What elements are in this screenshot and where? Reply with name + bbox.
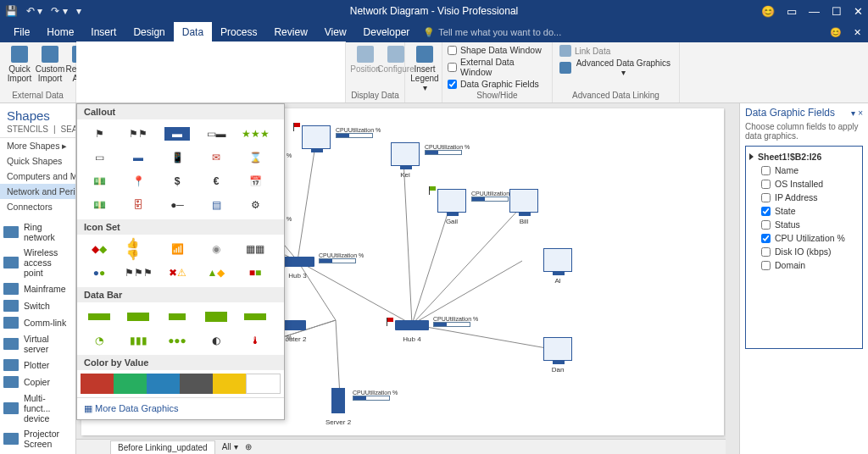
dgf-field[interactable]: Disk IO (kbps) <box>749 245 859 258</box>
iconset-opt[interactable]: ◉ <box>198 238 235 260</box>
stencil-item[interactable]: Ring network <box>0 219 75 245</box>
redo-icon[interactable]: ↷ ▾ <box>51 5 67 17</box>
minimize-icon[interactable]: — <box>809 5 820 18</box>
ribbon-opts-icon[interactable]: ▭ <box>787 5 797 18</box>
callout-opt[interactable]: ✉ <box>198 147 235 169</box>
stencil-item[interactable]: Wireless access point <box>0 245 75 280</box>
tab-file[interactable]: File <box>5 22 38 42</box>
iconset-opt[interactable]: ▲◆ <box>198 262 235 284</box>
adv-data-graphics-button[interactable]: Advanced Data Graphics ▾ <box>558 58 674 78</box>
quick-shapes[interactable]: Quick Shapes <box>0 153 75 169</box>
stencil-item[interactable]: Comm-link <box>0 314 75 331</box>
tell-me[interactable]: 💡Tell me what you want to do... <box>423 22 561 42</box>
connectors[interactable]: Connectors <box>0 199 75 214</box>
tab-view[interactable]: View <box>316 22 355 42</box>
node-dan[interactable]: Dan <box>552 366 565 374</box>
tab-review[interactable]: Review <box>265 22 315 42</box>
tab-home[interactable]: Home <box>38 22 82 42</box>
iconset-opt[interactable]: ■■ <box>236 262 274 284</box>
stencil-item[interactable]: Plotter <box>0 357 75 374</box>
callout-opt[interactable]: ▭▬ <box>198 123 235 145</box>
dgf-field[interactable]: Name <box>749 163 859 177</box>
dgf-field[interactable]: Domain <box>749 258 859 272</box>
insert-legend-button[interactable]: Insert Legend ▾ <box>410 44 439 94</box>
callout-opt[interactable]: € <box>198 170 235 192</box>
custom-import-button[interactable]: Custom Import <box>36 44 64 85</box>
dgf-field[interactable]: IP Address <box>749 191 859 204</box>
quick-import-button[interactable]: Quick Import <box>5 44 34 85</box>
callout-opt[interactable]: ▭ <box>81 147 118 169</box>
computers-monitors[interactable]: Computers and Monitors <box>0 169 75 184</box>
dgf-sheet[interactable]: Sheet1!$B2:I26 <box>749 150 859 163</box>
callout-opt[interactable]: 💵 <box>81 194 118 216</box>
callout-opt[interactable]: ⚑ <box>81 123 118 145</box>
node-gail[interactable]: Gail <box>446 218 458 225</box>
close-icon[interactable]: ✕ <box>854 5 863 18</box>
stencils-tab[interactable]: STENCILS <box>7 125 48 134</box>
databar-opt[interactable]: 🌡 <box>236 329 274 352</box>
tab-design[interactable]: Design <box>125 22 173 42</box>
stencil-item[interactable]: Virtual server <box>0 331 75 357</box>
iconset-opt[interactable]: ▦▦ <box>236 238 274 260</box>
stencil-item[interactable]: Copier <box>0 374 75 390</box>
node-bill[interactable]: Bill <box>520 218 529 225</box>
stencil-item[interactable]: Multi-funct... device <box>0 390 75 426</box>
databar-opt[interactable] <box>81 306 118 328</box>
help-icon[interactable]: 😊 <box>761 5 775 18</box>
callout-opt[interactable]: $ <box>159 170 196 192</box>
dgf-check[interactable]: Data Graphic Fields <box>448 78 547 90</box>
stencil-item[interactable]: Switch <box>0 297 75 314</box>
save-icon[interactable]: 💾 <box>5 5 18 17</box>
tab-insert[interactable]: Insert <box>82 22 125 42</box>
dgf-field[interactable]: CPU Utilization % <box>749 231 859 245</box>
undo-icon[interactable]: ↶ ▾ <box>26 5 42 17</box>
tab-process[interactable]: Process <box>212 22 265 42</box>
page-tab[interactable]: Before Linking_updated <box>110 440 215 454</box>
callout-opt[interactable]: ⌛ <box>236 147 274 169</box>
callout-opt[interactable]: 📅 <box>236 170 274 192</box>
callout-opt[interactable]: ★★★ <box>236 123 274 145</box>
tab-developer[interactable]: Developer <box>355 22 419 42</box>
search-tab[interactable]: SEARCH <box>61 125 76 134</box>
color-strip[interactable] <box>81 374 281 394</box>
callout-opt[interactable]: 📍 <box>120 170 157 192</box>
databar-opt[interactable]: ◐ <box>198 329 235 352</box>
callout-opt[interactable]: ▬ <box>159 123 196 145</box>
position-button[interactable]: Position <box>351 44 380 75</box>
callout-opt[interactable]: 📱 <box>159 147 196 169</box>
dgf-field[interactable]: Status <box>749 218 859 231</box>
more-shapes[interactable]: More Shapes ▸ <box>0 138 75 153</box>
callout-opt[interactable]: ●─ <box>159 194 196 216</box>
dgf-dropdown-icon[interactable]: ▾ <box>851 108 855 118</box>
node-hub4[interactable]: Hub 4 <box>403 335 420 343</box>
iconset-opt[interactable]: 📶 <box>159 238 196 260</box>
iconset-opt[interactable]: ●● <box>81 262 118 284</box>
configure-button[interactable]: Configure <box>381 44 410 75</box>
node-kei[interactable]: Kei <box>400 171 410 179</box>
databar-opt[interactable] <box>120 306 157 328</box>
all-pages[interactable]: All ▾ <box>222 442 238 451</box>
databar-opt[interactable]: ●●● <box>159 329 196 352</box>
node-al[interactable]: Al <box>554 277 560 285</box>
external-data-window-check[interactable]: External Data Window <box>448 56 547 78</box>
dgf-field[interactable]: OS Installed <box>749 177 859 191</box>
node-hub3[interactable]: Hub 3 <box>288 272 306 280</box>
databar-opt[interactable] <box>236 306 274 328</box>
qat-more-icon[interactable]: ▾ <box>76 5 81 17</box>
iconset-opt[interactable]: ✖⚠ <box>159 262 196 284</box>
smiley-icon[interactable]: 😊 <box>830 27 842 38</box>
more-data-graphics[interactable]: ▦ More Data Graphics <box>77 397 284 419</box>
callout-opt[interactable]: ⚑⚑ <box>120 123 157 145</box>
maximize-icon[interactable]: ☐ <box>832 5 842 18</box>
callout-opt[interactable]: ⚙ <box>236 194 274 216</box>
stencil-item[interactable]: Projector Screen <box>0 426 75 451</box>
iconset-opt[interactable]: 👍👎 <box>120 238 157 260</box>
iconset-opt[interactable]: ◆◆ <box>81 238 118 260</box>
callout-opt[interactable]: 🗄 <box>120 194 157 216</box>
databar-opt[interactable] <box>198 306 235 328</box>
add-page-icon[interactable]: ⊕ <box>245 442 252 451</box>
callout-opt[interactable]: ▬ <box>120 147 157 169</box>
iconset-opt[interactable]: ⚑⚑⚑ <box>120 262 157 284</box>
databar-opt[interactable]: ◔ <box>81 329 118 352</box>
callout-opt[interactable]: 💵 <box>81 170 118 192</box>
